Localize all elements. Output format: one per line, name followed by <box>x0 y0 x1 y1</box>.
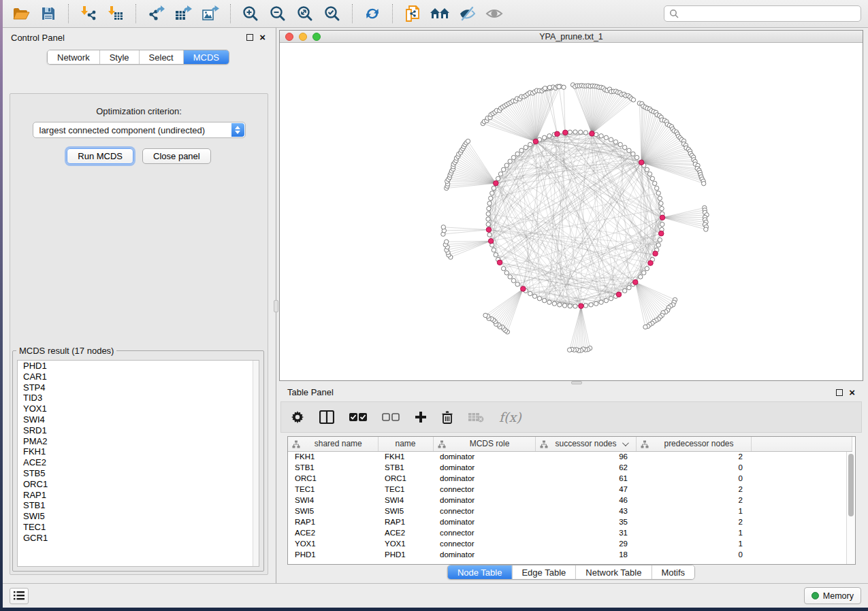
mcds-list-scrollbar[interactable] <box>253 361 259 566</box>
table-row[interactable]: FKH1FKH1dominator962 <box>288 451 852 462</box>
network-graph[interactable] <box>280 44 863 380</box>
table-cell[interactable]: FKH1 <box>288 451 378 462</box>
network-node[interactable] <box>631 152 635 156</box>
mcds-network-node[interactable] <box>486 227 492 233</box>
tab-edge-table[interactable]: Edge Table <box>511 565 575 579</box>
network-canvas[interactable] <box>280 44 863 380</box>
export-network-icon[interactable] <box>144 3 167 24</box>
mcds-network-node[interactable] <box>658 231 664 236</box>
table-cell[interactable]: RAP1 <box>378 516 433 527</box>
mcds-result-item[interactable]: STP4 <box>18 382 259 393</box>
network-node[interactable] <box>623 145 627 149</box>
table-cell[interactable]: 47 <box>535 484 636 495</box>
network-node[interactable] <box>701 181 705 185</box>
table-cell[interactable]: PHD1 <box>378 549 433 560</box>
network-node[interactable] <box>653 181 657 185</box>
mcds-result-item[interactable]: SRD1 <box>18 425 259 436</box>
open-icon[interactable] <box>10 3 33 24</box>
mcds-result-item[interactable]: STB5 <box>18 468 259 479</box>
mcds-network-node[interactable] <box>521 286 526 292</box>
network-node[interactable] <box>492 186 496 190</box>
table-cell[interactable]: YOX1 <box>378 538 433 549</box>
mcds-network-node[interactable] <box>590 131 595 137</box>
table-cell[interactable] <box>751 484 852 495</box>
splitter-handle[interactable] <box>274 300 278 312</box>
zoom-selected-icon[interactable] <box>321 3 344 24</box>
network-node[interactable] <box>486 222 490 227</box>
table-cell[interactable]: 1 <box>636 506 751 516</box>
network-node[interactable] <box>613 139 617 144</box>
table-cell[interactable]: FKH1 <box>378 451 433 462</box>
table-cell[interactable]: TEC1 <box>288 484 378 495</box>
network-node[interactable] <box>604 298 608 302</box>
tab-style[interactable]: Style <box>99 50 139 64</box>
table-row[interactable]: ACE2ACE2connector311 <box>288 527 852 538</box>
network-node[interactable] <box>645 167 649 171</box>
network-node[interactable] <box>609 297 613 301</box>
column-header-shared-name[interactable]: shared name <box>288 437 378 451</box>
table-cell[interactable]: ORC1 <box>288 473 378 484</box>
column-header-predecessor-nodes[interactable]: predecessor nodes <box>636 437 751 451</box>
table-cell[interactable] <box>751 473 852 484</box>
mcds-network-node[interactable] <box>533 139 539 144</box>
network-node[interactable] <box>568 130 572 134</box>
network-node[interactable] <box>562 85 566 89</box>
table-cell[interactable]: dominator <box>433 473 535 484</box>
select-all-icon[interactable] <box>349 407 367 427</box>
show-column-panel-icon[interactable] <box>319 407 334 427</box>
network-node[interactable] <box>524 145 528 149</box>
column-header-successor-nodes[interactable]: successor nodes <box>535 437 636 451</box>
network-node[interactable] <box>486 217 490 221</box>
mcds-network-node[interactable] <box>616 292 622 297</box>
network-node[interactable] <box>501 267 505 271</box>
mcds-result-item[interactable]: RAP1 <box>18 490 259 501</box>
table-cell[interactable]: 0 <box>636 549 751 560</box>
network-node[interactable] <box>643 325 647 329</box>
mcds-result-item[interactable]: GCR1 <box>18 533 259 544</box>
zoom-in-icon[interactable] <box>239 3 262 24</box>
table-cell[interactable]: connector <box>433 506 535 516</box>
zoom-out-icon[interactable] <box>266 3 289 24</box>
mcds-network-node[interactable] <box>488 238 494 244</box>
network-node[interactable] <box>573 304 577 308</box>
table-row[interactable]: TEC1TEC1connector472 <box>288 484 852 495</box>
table-cell[interactable]: 2 <box>636 484 751 495</box>
mcds-network-node[interactable] <box>562 130 568 135</box>
table-cell[interactable]: dominator <box>433 462 535 473</box>
table-cell[interactable]: 61 <box>535 473 636 484</box>
network-node[interactable] <box>647 172 652 176</box>
table-settings-gear-icon[interactable] <box>291 407 304 427</box>
memory-button[interactable]: Memory <box>804 587 861 604</box>
table-cell[interactable]: 2 <box>636 495 751 506</box>
network-node[interactable] <box>659 201 663 205</box>
network-node[interactable] <box>483 313 487 317</box>
refresh-icon[interactable] <box>361 3 384 24</box>
table-row[interactable]: STB1STB1dominator620 <box>288 462 852 473</box>
table-cell[interactable]: SWI4 <box>378 495 433 506</box>
mcds-result-item[interactable]: CAR1 <box>18 371 259 382</box>
network-node[interactable] <box>650 176 654 180</box>
float-panel-icon[interactable] <box>246 34 253 41</box>
network-node[interactable] <box>627 286 631 290</box>
mcds-network-node[interactable] <box>494 181 499 186</box>
table-cell[interactable]: 43 <box>535 506 636 516</box>
table-row[interactable]: PHD1PHD1dominator180 <box>288 549 852 560</box>
table-cell[interactable]: 35 <box>535 516 636 527</box>
float-panel-icon[interactable] <box>836 389 843 396</box>
network-node[interactable] <box>537 297 541 301</box>
table-cell[interactable]: STB1 <box>378 462 433 473</box>
network-node[interactable] <box>562 303 566 308</box>
table-cell[interactable]: dominator <box>433 516 535 527</box>
network-node[interactable] <box>487 201 492 205</box>
add-column-icon[interactable] <box>415 407 427 427</box>
network-node[interactable] <box>547 85 551 89</box>
table-cell[interactable]: YOX1 <box>288 538 378 549</box>
new-network-from-selection-icon[interactable] <box>401 3 424 24</box>
table-cell[interactable] <box>751 451 852 462</box>
table-cell[interactable] <box>751 549 852 560</box>
criterion-select[interactable]: largest connected component (undirected) <box>33 122 246 138</box>
mcds-network-node[interactable] <box>497 260 502 265</box>
network-node[interactable] <box>542 135 546 139</box>
close-panel-button[interactable]: Close panel <box>142 148 211 164</box>
vertical-splitter[interactable] <box>274 28 279 583</box>
